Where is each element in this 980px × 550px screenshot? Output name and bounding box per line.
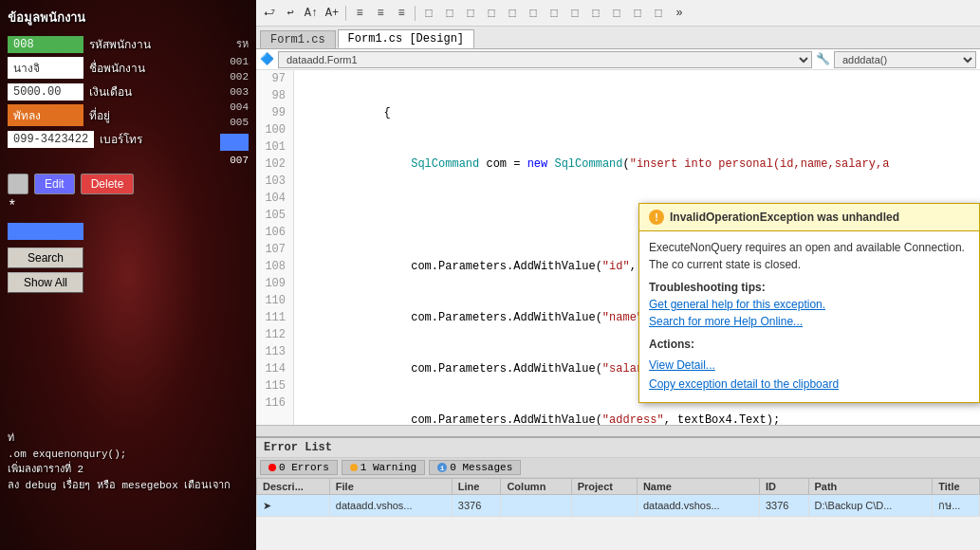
field-value-salary[interactable]: 5000.00: [8, 83, 83, 101]
toolbar-icon-more[interactable]: »: [670, 4, 689, 23]
col-desc: Descri...: [257, 479, 330, 495]
code-area-container: 97 98 99 100 101 102 103 104 105 106 107…: [256, 70, 980, 425]
troubleshoot-title: Troubleshooting tips:: [649, 279, 970, 296]
separator-icon: 🔧: [816, 52, 830, 66]
method-selector[interactable]: adddata(): [834, 51, 976, 68]
col-file: File: [329, 479, 452, 495]
toolbar-icon-19[interactable]: ⬚: [649, 4, 668, 23]
copy-exception-link[interactable]: Copy exception detail to the clipboard: [649, 376, 970, 393]
toolbar-icon-13[interactable]: ⬚: [524, 4, 543, 23]
search-button[interactable]: Search: [8, 248, 83, 268]
error-table: Descri... File Line Column Project Name …: [256, 478, 980, 550]
tab-form1cs-design[interactable]: Form1.cs [Design]: [338, 29, 474, 48]
progress-bar: [8, 223, 83, 240]
toolbar-icon-18[interactable]: ⬚: [628, 4, 647, 23]
toolbar-icon-12[interactable]: ⬚: [503, 4, 522, 23]
toolbar-icon-9[interactable]: ⬚: [440, 4, 459, 23]
exception-popup: ! InvalidOperationException was unhandle…: [638, 203, 980, 403]
row-num-4: 004: [230, 101, 249, 113]
field-row-name: นางจิ ชื่อพนักงาน: [8, 57, 192, 79]
field-value-address[interactable]: พัทลง: [8, 104, 83, 126]
toolbar: ⮐ ↩ A↑ A+ ≡ ≡ ≡ ⬚ ⬚ ⬚ ⬚ ⬚ ⬚ ⬚ ⬚ ⬚ ⬚ ⬚ ⬚ …: [256, 0, 980, 27]
row-num-3: 003: [230, 86, 249, 98]
field-row-address: พัทลง ที่อยู่: [8, 104, 192, 126]
line-numbers: 97 98 99 100 101 102 103 104 105 106 107…: [256, 70, 294, 425]
toolbar-sep-2: [415, 6, 416, 21]
row-num-header: รห: [236, 35, 249, 52]
field-value-phone[interactable]: 099-3423422: [8, 131, 94, 148]
field-label-id: รหัสพนักงาน: [89, 35, 151, 53]
view-detail-link[interactable]: View Detail...: [649, 357, 970, 374]
exception-title: InvalidOperationException was unhandled: [670, 211, 899, 224]
cell-path: D:\Backup C\D...: [808, 495, 933, 517]
toolbar-icon-6[interactable]: ≡: [371, 4, 390, 23]
tab-form1cs[interactable]: Form1.cs: [260, 30, 336, 48]
class-bar: 🔷 dataadd.Form1 🔧 adddata(): [256, 49, 980, 70]
field-row-id: 008 รหัสพนักงาน: [8, 35, 192, 53]
error-icon: [268, 464, 276, 471]
field-label-phone: เบอร์โทร: [100, 130, 142, 148]
messages-tab[interactable]: i 0 Messages: [429, 460, 521, 475]
field-row-salary: 5000.00 เงินเดือน: [8, 82, 192, 101]
cell-column: [501, 495, 571, 517]
namespace-icon: 🔷: [260, 52, 274, 66]
exception-body: ExecuteNonQuery requires an open and ava…: [639, 231, 979, 402]
warning-icon: !: [649, 210, 664, 225]
row-highlight: [220, 134, 249, 151]
action-buttons: Edit Delete: [8, 174, 249, 194]
cell-project: [571, 495, 637, 517]
toolbar-icon-15[interactable]: ⬚: [565, 4, 584, 23]
toolbar-sep-1: [345, 6, 346, 21]
field-value-name[interactable]: นางจิ: [8, 57, 83, 79]
error-list-title: Error List: [256, 438, 980, 458]
errors-tab[interactable]: 0 Errors: [260, 460, 338, 475]
search-help-link[interactable]: Search for more Help Online...: [649, 313, 970, 330]
right-panel: ⮐ ↩ A↑ A+ ≡ ≡ ≡ ⬚ ⬚ ⬚ ⬚ ⬚ ⬚ ⬚ ⬚ ⬚ ⬚ ⬚ ⬚ …: [256, 0, 980, 550]
class-selector[interactable]: dataadd.Form1: [278, 51, 812, 68]
table-row[interactable]: ➤ dataadd.vshos... 3376 dataadd.vshos...…: [257, 495, 980, 517]
error-list-panel: Error List 0 Errors 1 Warning i 0 Messag…: [256, 436, 980, 550]
cell-name: dataadd.vshos...: [637, 495, 759, 517]
info-tab-icon: i: [437, 463, 447, 472]
col-id: ID: [759, 479, 808, 495]
col-line: Line: [452, 479, 501, 495]
col-column: Column: [501, 479, 571, 495]
row-num-5: 005: [230, 117, 249, 128]
cell-file: dataadd.vshos...: [329, 495, 452, 517]
horizontal-scrollbar[interactable]: [256, 425, 980, 436]
warning-tab-icon: [350, 464, 358, 471]
panel-title: ข้อมูลพนักงาน: [8, 8, 249, 28]
field-label-salary: เงินเดือน: [89, 82, 132, 101]
tabs-bar: Form1.cs Form1.cs [Design]: [256, 27, 980, 49]
toolbar-icon-8[interactable]: ⬚: [419, 4, 438, 23]
col-name: Name: [637, 479, 759, 495]
toolbar-icon-3[interactable]: A↑: [302, 4, 321, 23]
toolbar-icon-4[interactable]: A+: [323, 4, 342, 23]
troubleshoot-link[interactable]: Get general help for this exception.: [649, 298, 825, 311]
toolbar-icon-11[interactable]: ⬚: [482, 4, 501, 23]
actions-title: Actions:: [649, 336, 970, 353]
toolbar-icon-1[interactable]: ⮐: [260, 4, 279, 23]
warnings-tab[interactable]: 1 Warning: [342, 460, 425, 475]
toolbar-icon-17[interactable]: ⬚: [607, 4, 626, 23]
show-all-button[interactable]: Show All: [8, 272, 83, 293]
asterisk: *: [8, 198, 249, 215]
exception-message: ExecuteNonQuery requires an open and ava…: [649, 239, 970, 273]
toolbar-icon-16[interactable]: ⬚: [586, 4, 605, 23]
edit-button[interactable]: Edit: [34, 174, 75, 194]
field-label-address: ที่อยู่: [89, 106, 110, 124]
toolbar-icon-14[interactable]: ⬚: [545, 4, 564, 23]
toolbar-icon-2[interactable]: ↩: [281, 4, 300, 23]
delete-button[interactable]: Delete: [81, 174, 135, 194]
cell-title: กษ...: [933, 495, 980, 517]
error-tabs: 0 Errors 1 Warning i 0 Messages: [256, 458, 980, 478]
add-button[interactable]: [8, 174, 28, 194]
col-project: Project: [571, 479, 637, 495]
exception-header: ! InvalidOperationException was unhandle…: [639, 204, 979, 231]
toolbar-icon-10[interactable]: ⬚: [461, 4, 480, 23]
field-value-id[interactable]: 008: [8, 36, 83, 53]
toolbar-icon-7[interactable]: ≡: [392, 4, 411, 23]
toolbar-icon-5[interactable]: ≡: [350, 4, 369, 23]
cell-line: 3376: [452, 495, 501, 517]
col-title: Title: [933, 479, 980, 495]
